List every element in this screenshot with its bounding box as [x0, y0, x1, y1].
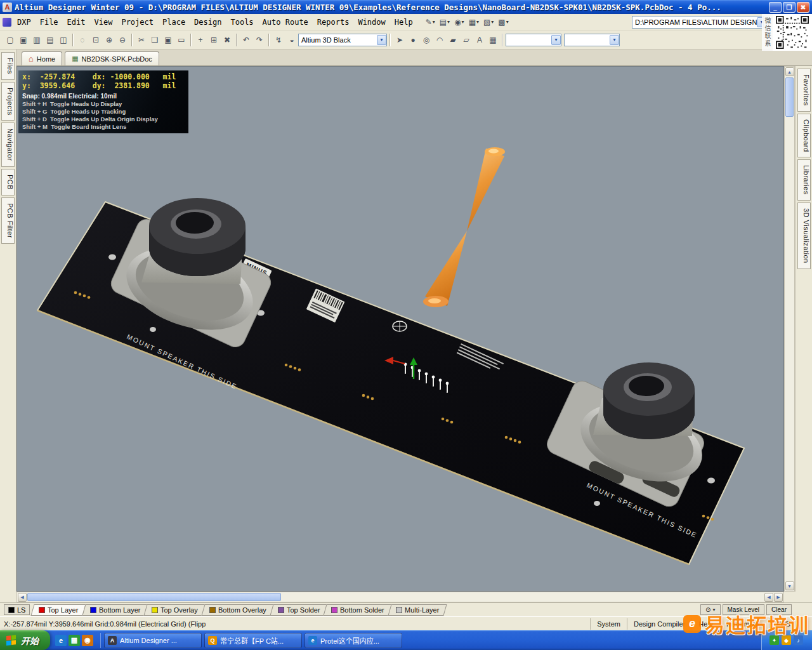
- undo-icon[interactable]: ↶: [240, 34, 252, 46]
- scroll-up-icon[interactable]: ▲: [785, 67, 794, 76]
- pcb-3d-viewport[interactable]: MOUNT SPEAKER THIS SIDE MOUNT SPEAKER TH…: [16, 66, 784, 592]
- select-area-icon[interactable]: ▭: [175, 34, 188, 46]
- wechat-qr-watermark: 微信联系: [762, 14, 812, 51]
- menu-place[interactable]: Place: [158, 16, 190, 29]
- scroll-down-icon[interactable]: ▼: [785, 581, 794, 590]
- menu-tools[interactable]: Tools: [226, 16, 258, 29]
- zoom-in-icon[interactable]: ⊕: [103, 34, 115, 46]
- move-icon[interactable]: +: [194, 34, 207, 46]
- board-menu-icon[interactable]: ▧ ▾: [481, 16, 495, 29]
- layer-tab-bottom-layer[interactable]: Bottom Layer: [82, 604, 148, 616]
- taskbar-task-browser[interactable]: e Protel这个国内应...: [304, 633, 402, 648]
- layer-tab-top-overlay[interactable]: Top Overlay: [144, 604, 206, 616]
- component-menu-icon[interactable]: ▦ ▾: [467, 16, 481, 29]
- menu-edit[interactable]: Edit: [63, 16, 90, 29]
- horizontal-scrollbar[interactable]: ◀ ◀ ▶: [16, 592, 784, 602]
- restore-button[interactable]: ❐: [783, 2, 796, 13]
- deselect-icon[interactable]: ✖: [221, 34, 233, 46]
- status-panel-system[interactable]: System: [590, 618, 627, 630]
- view-configuration-combo[interactable]: Altium 3D Black ▾: [298, 34, 387, 46]
- combo-dropdown-icon[interactable]: ▾: [610, 35, 619, 45]
- redo-icon[interactable]: ↷: [253, 34, 266, 46]
- align-icon[interactable]: ⊞: [207, 34, 220, 46]
- panel-tab-clipboard[interactable]: Clipboard: [797, 114, 811, 158]
- menu-auto-route[interactable]: Auto Route: [258, 16, 313, 29]
- panel-tab-pcb[interactable]: PCB: [1, 169, 15, 196]
- pad-icon[interactable]: ●: [407, 34, 419, 46]
- edatop-watermark: e 易迪拓培训: [683, 609, 809, 638]
- menu-window[interactable]: Window: [353, 16, 390, 29]
- layer-tab-top-solder[interactable]: Top Solder: [270, 604, 328, 616]
- interactive-route-icon[interactable]: ➤: [393, 34, 406, 46]
- paste-icon[interactable]: ▣: [162, 34, 174, 46]
- layer-tab-multi-layer[interactable]: Multi-Layer: [388, 604, 447, 616]
- document-path-combo[interactable]: D:\PROGRAM FILES\ALTIUM DESIGN ▾: [632, 16, 764, 29]
- scroll-right-icon[interactable]: ▶: [774, 593, 783, 602]
- menu-design[interactable]: Design: [190, 16, 226, 29]
- save-document-icon[interactable]: ▥: [30, 34, 43, 46]
- panel-tab-files[interactable]: Files: [1, 52, 15, 80]
- grid-menu-icon[interactable]: ▩ ▾: [496, 16, 510, 29]
- cross-probe-icon[interactable]: ↯: [272, 34, 285, 46]
- extra-combo-2[interactable]: ▾: [564, 34, 620, 46]
- panel-tab-favorites[interactable]: Favorites: [797, 69, 811, 112]
- taskbar-task-altium[interactable]: A Altium Designer ...: [104, 633, 202, 648]
- status-panel-design-compiler[interactable]: Design Compiler: [627, 618, 691, 630]
- vertical-scroll-thumb[interactable]: [785, 77, 794, 117]
- via-icon[interactable]: ◎: [420, 34, 433, 46]
- layer-tab-top-layer[interactable]: Top Layer: [31, 604, 86, 616]
- cut-icon[interactable]: ✂: [135, 34, 148, 46]
- menu-project[interactable]: Project: [117, 16, 158, 29]
- fit-document-icon[interactable]: ◌: [76, 34, 89, 46]
- print-preview-icon[interactable]: ◫: [57, 34, 70, 46]
- extra-combo-1[interactable]: ▾: [506, 34, 561, 46]
- media-quicklaunch-icon[interactable]: ◉: [82, 635, 93, 646]
- panel-tab-projects[interactable]: Projects: [1, 82, 15, 121]
- menu-dxp[interactable]: DXP: [13, 16, 36, 29]
- menu-view[interactable]: View: [90, 16, 117, 29]
- fill-icon[interactable]: ▰: [447, 34, 459, 46]
- print-icon[interactable]: ▤: [44, 34, 56, 46]
- panel-tab-pcb-filter[interactable]: PCB Filter: [1, 197, 15, 244]
- scroll-left-icon[interactable]: ◀: [18, 593, 27, 602]
- grid-icon[interactable]: ▦: [487, 34, 499, 46]
- combo-dropdown-icon[interactable]: ▾: [551, 35, 561, 45]
- ie-quicklaunch-icon[interactable]: e: [55, 635, 67, 646]
- copy-icon[interactable]: ❏: [148, 34, 161, 46]
- layer-set-selector[interactable]: LS: [4, 604, 30, 615]
- open-document-icon[interactable]: ▣: [17, 34, 30, 46]
- minimize-button[interactable]: _: [769, 2, 782, 13]
- browse-menu-icon[interactable]: ◉ ▾: [452, 16, 466, 29]
- filter-icon[interactable]: ◒: [285, 34, 298, 46]
- taskbar-task-qq-group[interactable]: Q 常宁总群【FP C站...: [204, 633, 302, 648]
- print-menu-icon[interactable]: ▤ ▾: [438, 16, 452, 29]
- tab-pcbdoc[interactable]: ▦ NB2DSK-SPK.PcbDoc: [65, 51, 159, 65]
- start-button[interactable]: 开始: [0, 630, 50, 650]
- panel-tab-navigator[interactable]: Navigator: [1, 123, 15, 167]
- tab-home[interactable]: ⌂ Home: [22, 51, 62, 65]
- layer-tab-bottom-solder[interactable]: Bottom Solder: [324, 604, 393, 616]
- layer-color-chip: [39, 607, 45, 613]
- panel-tab-3d-visualization[interactable]: 3D Visualization: [797, 202, 811, 269]
- vertical-scrollbar[interactable]: ▲ ▼: [784, 66, 795, 592]
- arc-icon[interactable]: ◠: [433, 34, 446, 46]
- new-document-icon[interactable]: ▢: [4, 34, 16, 46]
- panel-tab-libraries[interactable]: Libraries: [797, 159, 811, 201]
- layer-tab-bottom-overlay[interactable]: Bottom Overlay: [201, 604, 274, 616]
- zoom-area-icon[interactable]: ⊡: [89, 34, 102, 46]
- menu-help[interactable]: Help: [390, 16, 417, 29]
- polygon-icon[interactable]: ▱: [460, 34, 473, 46]
- combo-dropdown-icon[interactable]: ▾: [377, 35, 386, 45]
- dropdown-arrow-icon: ▾: [506, 19, 509, 25]
- menu-file[interactable]: File: [36, 16, 63, 29]
- close-button[interactable]: ✖: [797, 2, 809, 13]
- hud-shortcut-hint: Shift + D Toggle Heads Up Delta Origin D…: [22, 116, 188, 123]
- pencil-menu-icon[interactable]: ✎ ▾: [424, 16, 437, 29]
- menu-reports[interactable]: Reports: [313, 16, 354, 29]
- zoom-out-icon[interactable]: ⊖: [116, 34, 129, 46]
- string-icon[interactable]: A: [473, 34, 486, 46]
- desktop-quicklaunch-icon[interactable]: ▦: [69, 635, 80, 646]
- layer-color-chip: [278, 607, 284, 613]
- horizontal-scroll-thumb[interactable]: [27, 593, 281, 601]
- scroll-left-icon[interactable]: ◀: [764, 593, 773, 602]
